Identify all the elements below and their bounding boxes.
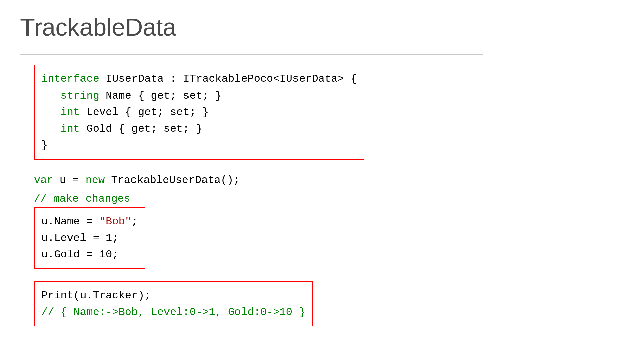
keyword-int-level: int xyxy=(61,106,80,118)
var-line1-mid: u = xyxy=(53,174,86,186)
keyword-new: new xyxy=(86,174,105,186)
keyword-var: var xyxy=(34,174,53,186)
keyword-int-gold: int xyxy=(61,123,80,135)
code-outer-box: interface IUserData : ITrackablePoco<IUs… xyxy=(20,54,483,337)
assignment-name-pre: u.Name = xyxy=(41,215,99,228)
print-red-box: Print(u.Tracker); // { Name:->Bob, Level… xyxy=(34,281,313,326)
assignment-name-post: ; xyxy=(131,215,138,228)
interface-line5: } xyxy=(41,137,357,154)
var-code: var u = new TrackableUserData(); // make… xyxy=(34,172,469,207)
var-comment: // make changes xyxy=(34,191,469,207)
assignment-gold-line: u.Gold = 10; xyxy=(41,246,138,263)
print-code: Print(u.Tracker); // { Name:->Bob, Level… xyxy=(41,287,305,320)
interface-red-box: interface IUserData : ITrackablePoco<IUs… xyxy=(34,65,364,160)
interface-line1: interface IUserData : ITrackablePoco<IUs… xyxy=(41,71,357,87)
var-section: var u = new TrackableUserData(); // make… xyxy=(34,172,469,207)
interface-line4-rest: Gold { get; set; } xyxy=(80,123,202,135)
print-section: Print(u.Tracker); // { Name:->Bob, Level… xyxy=(34,281,469,326)
interface-closing-brace: } xyxy=(41,139,48,152)
assignment-gold: u.Gold = 10; xyxy=(41,248,118,261)
assignment-name-str: "Bob" xyxy=(99,215,131,228)
interface-line2: string Name { get; set; } xyxy=(41,87,357,104)
interface-line4: int Gold { get; set; } xyxy=(41,121,357,137)
interface-line1-rest: IUserData : ITrackablePoco<IUserData> { xyxy=(99,73,357,85)
assignment-name-line: u.Name = "Bob"; xyxy=(41,213,138,230)
page-container: TrackableData interface IUserData : ITra… xyxy=(0,0,644,362)
interface-section: interface IUserData : ITrackablePoco<IUs… xyxy=(34,65,469,160)
print-line2: // { Name:->Bob, Level:0->1, Gold:0->10 … xyxy=(41,304,305,321)
assignments-code: u.Name = "Bob"; u.Level = 1; u.Gold = 10… xyxy=(41,213,138,263)
var-line1: var u = new TrackableUserData(); xyxy=(34,172,469,189)
interface-line2-rest: Name { get; set; } xyxy=(99,89,222,102)
var-line1-rest: TrackableUserData(); xyxy=(105,174,240,186)
print-statement: Print(u.Tracker); xyxy=(41,289,151,302)
print-line1: Print(u.Tracker); xyxy=(41,287,305,304)
interface-line3: int Level { get; set; } xyxy=(41,104,357,121)
assignments-red-box: u.Name = "Bob"; u.Level = 1; u.Gold = 10… xyxy=(34,207,145,269)
keyword-string: string xyxy=(61,89,99,102)
assignments-section: u.Name = "Bob"; u.Level = 1; u.Gold = 10… xyxy=(34,207,469,269)
keyword-interface: interface xyxy=(41,73,99,85)
interface-code: interface IUserData : ITrackablePoco<IUs… xyxy=(41,71,357,154)
assignment-level-line: u.Level = 1; xyxy=(41,230,138,247)
interface-line3-rest: Level { get; set; } xyxy=(80,106,209,118)
comment-make-changes: // make changes xyxy=(34,193,130,205)
print-comment: // { Name:->Bob, Level:0->1, Gold:0->10 … xyxy=(41,306,305,318)
assignment-level: u.Level = 1; xyxy=(41,232,118,244)
page-title: TrackableData xyxy=(20,13,624,41)
